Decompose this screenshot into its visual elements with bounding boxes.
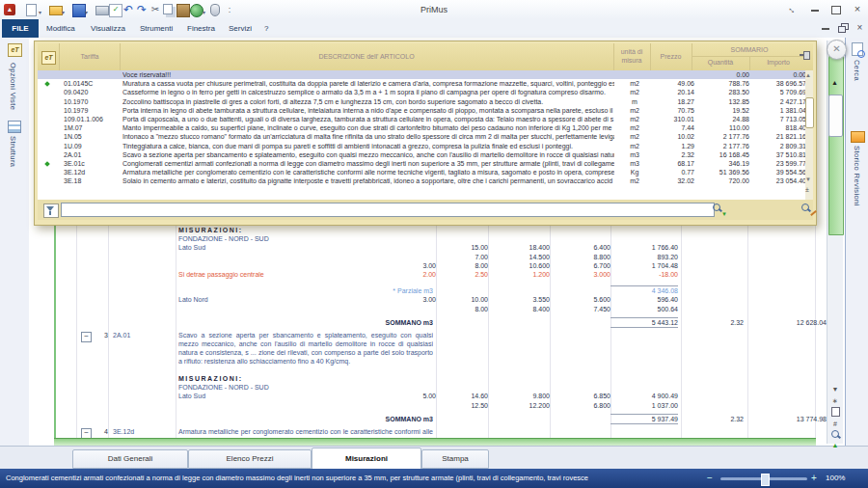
price-list-row[interactable]: 1U.09Tinteggiatura a calce, bianca, con … [38,142,813,150]
undo-icon[interactable]: ↶ [122,4,134,15]
popup-scrollbar-thumb[interactable] [805,97,814,128]
maximize-button[interactable] [827,3,845,16]
sidebar-tab-cerca[interactable]: Cerca [853,60,861,81]
scroll-down-icon[interactable]: ▼ [805,176,811,182]
open-file-dropdown-icon[interactable]: ▾ [62,9,65,15]
measure-row[interactable]: SOMMANO m35 937.492.3213 774.98 [55,415,827,423]
menu-file[interactable]: FILE [2,19,39,38]
zoom-out-icon[interactable]: − [707,469,713,488]
open-file-icon[interactable] [49,6,63,15]
new-document-dropdown-icon[interactable]: ▾ [39,9,41,15]
price-list-row[interactable]: Voce riservata!!!0.000.00 [38,70,813,79]
print-icon[interactable] [95,6,109,15]
price-list-row[interactable]: 10.1970Zoccolino battiscopa in piastrell… [38,97,813,106]
cut-icon[interactable]: ✂ [149,4,161,15]
col-header-tariffa[interactable]: Tariffa [60,43,120,70]
save-icon[interactable] [72,4,86,17]
zoom-slider-thumb[interactable] [761,474,770,486]
measure-row[interactable]: Si detrae passaggio centrale2.002.501.20… [55,270,827,279]
bookmark-icon[interactable]: ∗ [828,395,842,406]
measure-row[interactable]: FONDAZIONE - NORD - SUD [55,383,827,392]
col-header-sommario[interactable]: SOMMARIO [692,44,807,56]
sidebar-tab-storico-revisioni[interactable]: Storico Revisioni [853,146,861,206]
save-dropdown-icon[interactable]: ▾ [85,9,88,15]
col-header-quantita[interactable]: Quantità [692,57,749,68]
measure-row[interactable]: 12.5012.2006.8001 037.00 [55,401,827,410]
zoom-slider[interactable] [720,477,807,480]
menu-finestra[interactable]: Finestra [183,19,219,38]
price-list-row[interactable]: 10.1979Porta interna in legno di abete t… [38,106,813,115]
paste-icon[interactable] [176,4,190,17]
copy-icon[interactable] [163,4,173,14]
grid-view-icon[interactable]: # [828,419,842,429]
measure-row[interactable]: MISURAZIONI: [55,226,827,234]
filter-funnel-icon[interactable] [43,203,59,218]
price-list-row[interactable]: 3E.01cConglomerati cementizi armati conf… [38,159,813,168]
page-preview-icon[interactable] [828,407,842,418]
child-minimize-button[interactable] [818,22,832,35]
tab-misurazioni[interactable]: Misurazioni [312,447,421,470]
measure-row[interactable]: Lato Sud15.0018.4006.4001 766.40 [55,243,827,252]
search-edit-icon[interactable] [801,203,809,211]
measure-row[interactable]: MISURAZIONI: [55,374,827,383]
price-list-row[interactable]: 109.01.1.006Porta di caposcala, a uno o … [38,115,813,123]
measure-row[interactable]: * Parziale m34 346.08 [55,286,827,295]
item-4-tariff-code[interactable]: 3E.12d [113,428,134,435]
primus-app-icon[interactable]: ▲ [4,4,15,15]
scrollbar-thumb[interactable] [828,95,843,137]
tab-stampa[interactable]: Stampa [421,449,489,469]
float-window-icon[interactable]: ↔ [784,3,801,16]
scroll-down-icon[interactable]: ▼ [828,384,842,394]
tab-dati-generali[interactable]: Dati Generali [72,449,188,469]
filter-input[interactable] [61,203,715,217]
minimize-button[interactable] [806,3,824,16]
price-list-row[interactable]: 09.0420Casseforme in legno o in ferro pe… [38,88,813,96]
price-list-row[interactable]: 1M.07Manto impermeabile a caldo, su supe… [38,123,813,132]
pointer-icon[interactable] [210,4,220,16]
col-header-importo[interactable]: Importo [749,57,807,68]
child-close-button[interactable]: × [853,22,867,35]
menu-visualizza[interactable]: Visualizza [87,19,129,38]
col-header-unita[interactable]: unità di misura [613,47,650,65]
expand-list-icon[interactable]: ± [805,186,809,193]
price-list-row[interactable]: 01.0145CMuratura a cassa vuota per chius… [38,79,813,88]
measure-row[interactable]: Lato Sud5.0014.609.8006.8504 900.49 [55,392,827,400]
sidebar-tab-struttura[interactable]: Struttura [9,136,17,167]
spell-check-icon[interactable]: ✓ [109,4,122,17]
price-list-row[interactable]: 2A.01Scavo a sezione aperta per sbancame… [38,150,813,159]
measure-row[interactable]: 7.0014.5008.800893.20 [55,253,827,261]
redo-icon[interactable]: ↷ [136,4,148,15]
close-button[interactable]: × [849,3,866,16]
export-web-icon[interactable] [190,4,203,17]
more-icon[interactable]: : [224,4,235,15]
col-header-prezzo[interactable]: Prezzo [650,43,692,70]
measure-row[interactable]: 8.008.4007.450500.64 [55,305,827,313]
menu-servizi[interactable]: Servizi [225,19,256,38]
item-3-tariff-code[interactable]: 2A.01 [113,332,130,339]
price-list-row[interactable]: 3E.12dArmatura metalliche per conglomera… [38,168,813,176]
popup-close-button[interactable]: ✕ [827,40,847,60]
expand-sheet-icon[interactable]: ▲ [828,440,842,450]
document-scrollbar[interactable]: ▲ ▼ ∗ # ▲ [827,41,843,444]
price-list-row[interactable]: 3E.18Solaio in cemento armato e laterizi… [38,176,813,185]
popup-scrollbar[interactable]: ▲ ▼ ± [805,70,813,200]
menu-?[interactable]: ? [260,19,272,38]
col-header-descrizione[interactable]: DESCRIZIONE dell' ARTICOLO [120,43,613,70]
price-list-row[interactable]: 1N.05Intonaco a "mezzo stucco romano" fo… [38,132,813,141]
tab-elenco-prezzi[interactable]: Elenco Prezzi [188,449,312,469]
measure-row[interactable]: 3.008.0010.6006.7001 704.48 [55,261,827,270]
child-restore-button[interactable] [835,22,850,35]
search-run-icon[interactable]: ▼ [713,203,720,211]
sidebar-tab-opzioni-viste[interactable]: Opzioni Viste [9,63,17,110]
menu-strumenti[interactable]: Strumenti [136,19,176,38]
collapse-item-3-icon[interactable]: − [81,332,92,342]
scroll-up-icon[interactable]: ▲ [805,72,811,78]
measure-row[interactable]: FONDAZIONE - NORD - SUD [55,234,827,243]
item-3-description[interactable]: Scavo a sezione aperta per sbancamento e… [178,331,433,374]
measure-row[interactable]: SOMMANO m35 443.122.3212 628.04 [55,318,827,327]
zoom-in-icon[interactable]: + [811,469,817,488]
export-web-dropdown-icon[interactable]: ▾ [203,9,205,15]
measure-row[interactable]: Lato Nord3.0010.003.5505.600596.40 [55,295,827,304]
menu-modifica[interactable]: Modifica [42,19,79,38]
new-document-icon[interactable] [26,4,37,16]
